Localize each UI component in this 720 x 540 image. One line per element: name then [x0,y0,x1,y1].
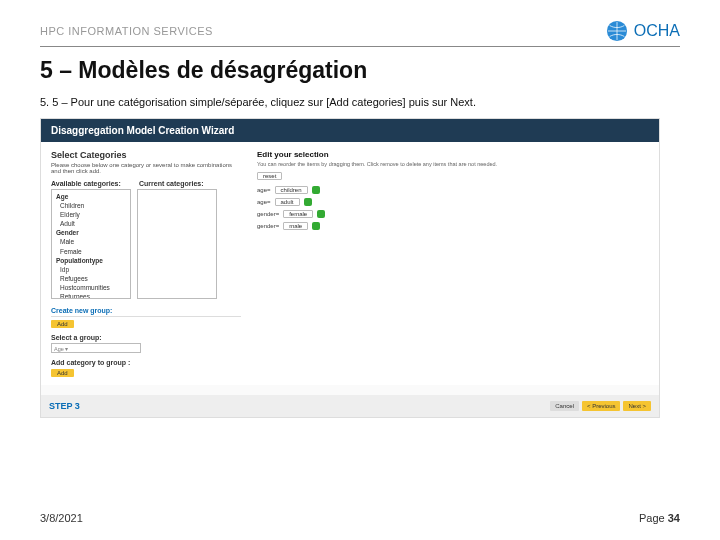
edit-selection-title: Edit your selection [257,150,649,159]
cat-item[interactable]: Returnees [56,292,126,299]
left-pane: Select Categories Please choose below on… [51,150,241,377]
add-category-label: Add category to group : [51,359,241,366]
cat-group: Populationtype [56,257,103,264]
edit-selection-sub: You can reorder the items by dragging th… [257,161,649,167]
select-group-label: Select a group: [51,334,241,341]
slide-footer: 3/8/2021 Page 34 [40,512,680,524]
cat-item[interactable]: Adult [56,219,126,228]
wizard-header: Disaggregation Model Creation Wizard [41,119,659,142]
row-label: age= [257,199,271,205]
step-buttons: Cancel < Previous Next > [550,401,651,411]
group-dropdown[interactable]: Age ▾ [51,343,141,353]
right-pane: Edit your selection You can reorder the … [253,150,649,377]
columns-head: Available categories: Current categories… [51,180,241,187]
row-value[interactable]: children [275,186,308,194]
header-right: OCHA [606,20,680,42]
cat-item[interactable]: Hostcommunities [56,283,126,292]
selection-row: gender= male [257,221,649,231]
select-categories-sub: Please choose below one category or seve… [51,162,241,174]
wizard-screenshot: Disaggregation Model Creation Wizard Sel… [40,118,660,418]
cat-item[interactable]: Idp [56,265,126,274]
cat-group: Age [56,193,68,200]
row-value[interactable]: adult [275,198,300,206]
available-categories-list[interactable]: Age Children Elderly Adult Gender Male F… [51,189,131,299]
next-button[interactable]: Next > [623,401,651,411]
page-title: 5 – Modèles de désagrégation [40,57,680,84]
cat-item[interactable]: Elderly [56,210,126,219]
page-label: Page [639,512,668,524]
remove-icon[interactable] [312,186,320,194]
slide: HPC INFORMATION SERVICES OCHA 5 – Modèle… [0,0,720,540]
reset-pill[interactable]: reset [257,172,282,180]
current-label: Current categories: [139,180,204,187]
category-lists-row: Age Children Elderly Adult Gender Male F… [51,189,241,299]
row-label: gender= [257,223,279,229]
row-label: age= [257,187,271,193]
wizard-body: Select Categories Please choose below on… [41,142,659,385]
remove-icon[interactable] [304,198,312,206]
cat-item[interactable]: Male [56,237,126,246]
footer-page: Page 34 [639,512,680,524]
available-label: Available categories: [51,180,131,187]
footer-date: 3/8/2021 [40,512,83,524]
step-label: STEP 3 [49,401,80,411]
add-button-1[interactable]: Add [51,320,74,328]
remove-icon[interactable] [317,210,325,218]
page-number: 34 [668,512,680,524]
cat-item[interactable]: Children [56,201,126,210]
add-button-2[interactable]: Add [51,369,74,377]
create-new-group-label: Create new group: [51,307,241,317]
slide-header: HPC INFORMATION SERVICES OCHA [40,20,680,47]
current-categories-list[interactable] [137,189,217,299]
cancel-button[interactable]: Cancel [550,401,579,411]
ocha-logo-icon [606,20,628,42]
header-left-text: HPC INFORMATION SERVICES [40,25,213,37]
row-label: gender= [257,211,279,217]
selection-row: age= children [257,185,649,195]
cat-group: Gender [56,229,79,236]
step-bar: STEP 3 Cancel < Previous Next > [41,395,659,417]
row-value[interactable]: male [283,222,308,230]
select-categories-title: Select Categories [51,150,241,160]
row-value[interactable]: female [283,210,313,218]
remove-icon[interactable] [312,222,320,230]
selection-row: age= adult [257,197,649,207]
ocha-label: OCHA [634,22,680,40]
selection-row: gender= female [257,209,649,219]
previous-button[interactable]: < Previous [582,401,621,411]
subtitle-text: 5. 5 – Pour une catégorisation simple/sé… [40,96,680,108]
cat-item[interactable]: Refugees [56,274,126,283]
cat-item[interactable]: Female [56,247,126,256]
